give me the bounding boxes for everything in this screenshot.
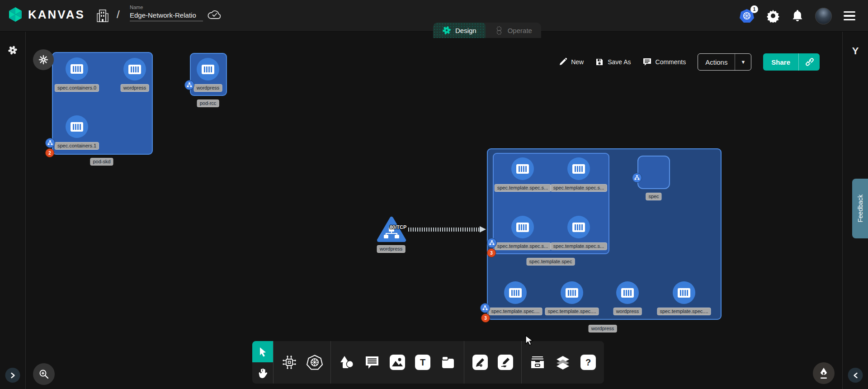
tab-design[interactable]: Design bbox=[433, 23, 486, 38]
error-count-badge[interactable]: 3 bbox=[487, 248, 496, 257]
help-tool[interactable]: ? bbox=[580, 354, 597, 371]
comment-icon bbox=[643, 58, 651, 66]
feedback-label: Feedback bbox=[857, 194, 864, 222]
pod-template-group[interactable] bbox=[493, 153, 609, 254]
tab-operate-label: Operate bbox=[508, 27, 532, 34]
pencil-tool[interactable] bbox=[497, 354, 514, 371]
node-label: spec.containers.0 bbox=[55, 84, 99, 92]
container-icon bbox=[71, 122, 83, 132]
container-node[interactable] bbox=[197, 58, 219, 81]
container-node[interactable] bbox=[504, 281, 527, 304]
cursor-icon bbox=[258, 347, 267, 357]
left-rail bbox=[0, 32, 26, 389]
container-icon bbox=[566, 288, 578, 298]
canvas-action-bar: New Save As Comments Actions ▼ Share bbox=[559, 53, 820, 71]
chip-icon bbox=[282, 355, 297, 370]
node-label: wordpress bbox=[194, 84, 222, 92]
kanvas-logo[interactable]: KANVAS bbox=[7, 6, 85, 23]
container-node[interactable] bbox=[567, 157, 590, 180]
building-icon[interactable] bbox=[96, 8, 109, 23]
share-link-icon[interactable] bbox=[798, 53, 820, 71]
kubernetes-icon bbox=[307, 355, 323, 370]
service-node[interactable] bbox=[376, 216, 407, 245]
container-node[interactable] bbox=[673, 281, 695, 304]
node-label: wordpress bbox=[121, 84, 149, 92]
network-badge[interactable] bbox=[487, 238, 497, 248]
network-badge[interactable] bbox=[45, 138, 55, 148]
edge-arrowhead bbox=[480, 226, 486, 232]
node-label: spec.template.spec.... bbox=[657, 308, 711, 315]
text-tool[interactable]: T bbox=[414, 354, 431, 371]
design-name-input[interactable] bbox=[130, 11, 203, 21]
new-button[interactable]: New bbox=[559, 58, 584, 66]
comments-button[interactable]: Comments bbox=[643, 58, 686, 66]
container-icon bbox=[516, 223, 529, 232]
y-shape-icon[interactable]: Y bbox=[852, 45, 859, 57]
group-label: pod-skd bbox=[90, 158, 113, 166]
container-node[interactable] bbox=[511, 157, 534, 180]
collapse-left-chevron[interactable] bbox=[848, 368, 863, 383]
image-icon bbox=[392, 356, 403, 368]
network-badge[interactable] bbox=[480, 303, 490, 313]
actions-dropdown-caret[interactable]: ▼ bbox=[735, 54, 751, 70]
actions-button[interactable]: Actions ▼ bbox=[698, 53, 751, 71]
design-spiral-icon[interactable] bbox=[8, 45, 18, 55]
logo-text: KANVAS bbox=[28, 8, 85, 22]
spec-node[interactable] bbox=[637, 156, 670, 189]
image-tool[interactable] bbox=[389, 354, 406, 371]
kubernetes-context-icon[interactable]: 1 bbox=[739, 9, 755, 23]
tab-operate[interactable]: Operate bbox=[486, 23, 541, 38]
save-as-button[interactable]: Save As bbox=[595, 58, 631, 66]
notifications-bell-icon[interactable] bbox=[792, 9, 803, 23]
network-badge[interactable] bbox=[632, 173, 642, 183]
drawer-icon bbox=[530, 356, 545, 369]
zoom-in-button[interactable] bbox=[33, 363, 55, 385]
actions-label[interactable]: Actions bbox=[698, 54, 735, 70]
node-label: wordpress bbox=[613, 308, 642, 315]
node-label: wordpress bbox=[377, 245, 406, 253]
name-label: Name bbox=[130, 5, 203, 10]
layers-tool[interactable] bbox=[554, 354, 571, 371]
kubernetes-components-tool[interactable] bbox=[306, 354, 323, 371]
container-node[interactable] bbox=[567, 216, 590, 238]
pan-hand-tool[interactable] bbox=[252, 362, 273, 384]
component-hierarchy-tool[interactable] bbox=[281, 354, 298, 371]
kanvas-logo-icon bbox=[7, 6, 24, 23]
drawer-tool[interactable] bbox=[529, 354, 546, 371]
pen-nib-icon bbox=[818, 367, 829, 379]
settings-gear-icon[interactable] bbox=[766, 9, 780, 23]
network-badge[interactable] bbox=[184, 80, 194, 90]
feedback-tab[interactable]: Feedback bbox=[852, 179, 868, 238]
container-node[interactable] bbox=[123, 58, 146, 81]
node-label: spec bbox=[646, 193, 661, 200]
share-button[interactable]: Share bbox=[763, 53, 820, 71]
avatar[interactable] bbox=[815, 8, 832, 24]
expand-right-chevron[interactable] bbox=[5, 368, 20, 383]
container-node[interactable] bbox=[511, 216, 534, 238]
comment-tool[interactable] bbox=[363, 354, 381, 371]
operate-icon bbox=[495, 26, 504, 35]
mouse-cursor bbox=[525, 335, 534, 346]
menu-icon[interactable] bbox=[844, 11, 855, 21]
share-label[interactable]: Share bbox=[763, 53, 798, 71]
container-node[interactable] bbox=[66, 57, 88, 80]
pen-tool[interactable] bbox=[472, 354, 489, 371]
design-name-block: Name bbox=[130, 5, 203, 21]
container-node[interactable] bbox=[66, 115, 88, 138]
shapes-tool[interactable] bbox=[338, 354, 355, 371]
node-label: spec.template.spec.s... bbox=[495, 184, 551, 192]
select-tool[interactable] bbox=[252, 341, 273, 362]
save-icon bbox=[595, 58, 604, 66]
text-tool-glyph: T bbox=[415, 355, 430, 370]
note-tool[interactable] bbox=[439, 354, 457, 371]
error-count-badge[interactable]: 2 bbox=[45, 148, 54, 157]
error-count-badge[interactable]: 3 bbox=[481, 313, 490, 323]
zoom-in-icon bbox=[38, 369, 49, 380]
collapsed-node[interactable] bbox=[33, 49, 54, 70]
container-icon bbox=[516, 164, 529, 174]
service-edge[interactable] bbox=[408, 228, 481, 232]
group-label: pod-rcc bbox=[197, 100, 219, 107]
container-node[interactable] bbox=[616, 281, 639, 304]
container-node[interactable] bbox=[561, 281, 583, 304]
pen-nib-button[interactable] bbox=[813, 362, 835, 384]
